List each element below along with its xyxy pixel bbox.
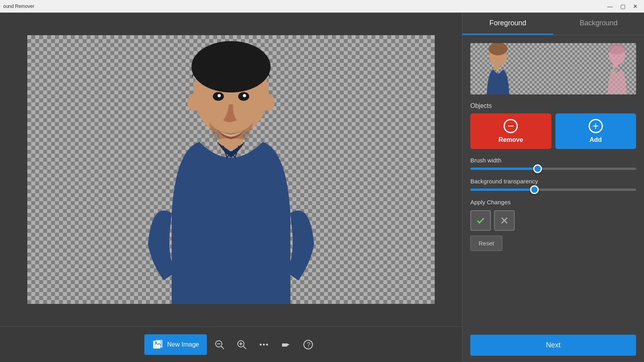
remove-object-button[interactable]: − Remove [470, 113, 551, 149]
thumbnail-bg-person-svg [573, 43, 636, 94]
confirm-apply-button[interactable] [470, 210, 491, 231]
svg-rect-22 [282, 343, 287, 347]
x-icon [500, 216, 509, 225]
bg-transparency-label: Background transparency [470, 178, 636, 185]
canvas-area: New Image [0, 13, 462, 362]
bottom-toolbar: New Image [0, 326, 462, 362]
new-image-icon [152, 339, 163, 350]
apply-buttons [470, 210, 636, 231]
svg-point-5 [218, 94, 221, 97]
reset-button[interactable]: Reset [470, 236, 502, 251]
svg-rect-29 [494, 65, 500, 70]
zoom-in-button[interactable] [232, 335, 251, 354]
zoom-out-icon [214, 339, 225, 350]
panel-bottom: Next [462, 328, 644, 362]
checkmark-icon [476, 216, 485, 225]
zoom-in-icon [237, 339, 247, 350]
svg-point-20 [263, 343, 265, 345]
svg-rect-32 [613, 64, 618, 68]
panel-content: Objects − Remove + Add Brush width [462, 35, 644, 328]
main-content: New Image [0, 13, 644, 362]
new-image-button[interactable]: New Image [144, 334, 207, 355]
brush-tool-button[interactable] [277, 335, 295, 354]
close-button[interactable]: ✕ [630, 2, 641, 11]
next-button[interactable]: Next [470, 335, 636, 356]
maximize-button[interactable]: ▢ [617, 2, 628, 11]
svg-text:?: ? [307, 341, 311, 348]
objects-label: Objects [470, 102, 636, 109]
remove-label: Remove [498, 136, 523, 143]
more-options-icon [259, 339, 269, 350]
svg-point-19 [260, 343, 262, 345]
right-panel: Foreground Background [462, 13, 644, 362]
brush-width-section: Brush width [470, 157, 636, 170]
tab-background[interactable]: Background [553, 13, 644, 35]
person-svg [112, 35, 350, 304]
svg-point-21 [266, 343, 268, 345]
apply-changes-label: Apply Changes [470, 199, 636, 206]
minimize-button[interactable]: — [604, 2, 616, 11]
brush-width-slider[interactable] [470, 168, 636, 170]
svg-point-7 [188, 94, 199, 111]
bg-transparency-slider[interactable] [470, 189, 636, 191]
window-controls: — ▢ ✕ [604, 2, 641, 11]
add-icon: + [589, 119, 603, 133]
image-viewport [0, 13, 462, 326]
remove-icon: − [504, 119, 518, 133]
svg-rect-24 [282, 343, 283, 347]
person-image [27, 35, 435, 304]
thumbnail-container [470, 43, 636, 94]
svg-marker-23 [287, 343, 290, 346]
svg-line-14 [221, 346, 224, 349]
title-bar: ound Remover — ▢ ✕ [0, 0, 644, 13]
objects-section: Objects − Remove + Add [470, 102, 636, 149]
cancel-apply-button[interactable] [494, 210, 515, 231]
bg-transparency-section: Background transparency [470, 178, 636, 191]
apply-changes-section: Apply Changes Reset [470, 199, 636, 251]
new-image-label: New Image [167, 341, 199, 348]
thumbnail-overlay [470, 43, 636, 94]
more-options-button[interactable] [254, 335, 273, 354]
tab-foreground[interactable]: Foreground [462, 13, 553, 35]
add-label: Add [589, 136, 602, 143]
svg-point-8 [263, 94, 275, 111]
svg-line-18 [243, 346, 246, 349]
brush-icon [281, 339, 291, 350]
svg-point-11 [155, 341, 157, 343]
objects-buttons: − Remove + Add [470, 113, 636, 149]
add-object-button[interactable]: + Add [555, 113, 636, 149]
svg-point-6 [243, 94, 246, 97]
tab-bar: Foreground Background [462, 13, 644, 35]
zoom-out-button[interactable] [210, 335, 229, 354]
thumbnail-person-svg [478, 43, 518, 94]
help-icon: ? [303, 339, 313, 350]
image-container [27, 35, 435, 304]
help-button[interactable]: ? [299, 335, 318, 354]
svg-point-31 [608, 43, 626, 55]
brush-width-label: Brush width [470, 157, 636, 164]
app-title: ound Remover [3, 4, 34, 9]
